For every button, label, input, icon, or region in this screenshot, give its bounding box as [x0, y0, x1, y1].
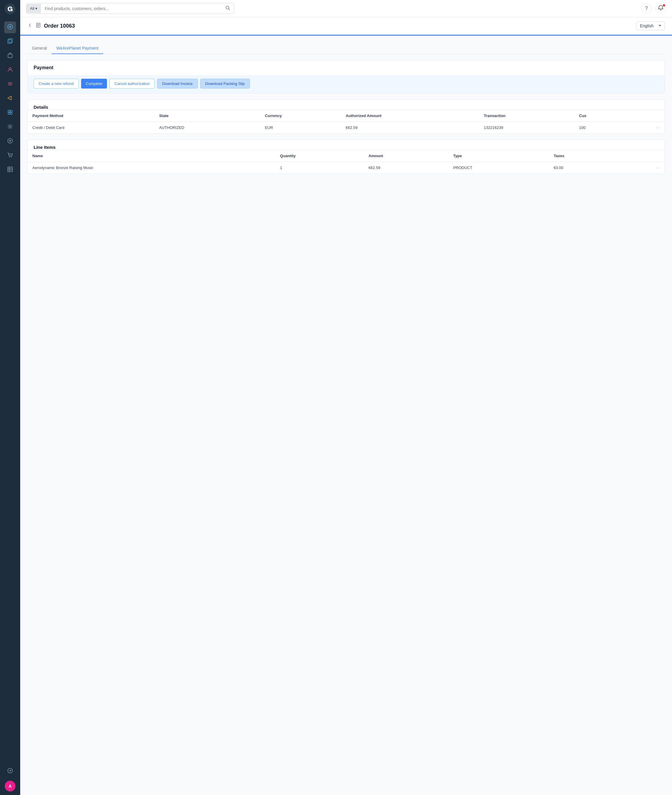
line-items-table: Name Quantity Amount Type Taxes Aerodyna…	[28, 150, 665, 173]
sidebar-item-dashboard[interactable]	[4, 21, 16, 33]
details-table-header-row: Payment Method State Currency Authorized…	[28, 110, 665, 122]
svg-rect-5	[8, 54, 12, 58]
document-icon	[36, 22, 41, 29]
details-row-actions-button[interactable]: ···	[626, 122, 665, 134]
col-actions-header	[626, 110, 665, 122]
create-refund-button[interactable]: Create a new refund	[34, 79, 79, 88]
sidebar-item-add[interactable]	[4, 136, 16, 147]
cancel-authorization-button[interactable]: Cancel authorization	[109, 79, 155, 88]
search-input[interactable]	[41, 4, 222, 13]
cell-cus: 100	[574, 122, 626, 134]
details-card: Details Payment Method State Currency Au…	[27, 99, 665, 134]
help-icon: ?	[645, 5, 648, 11]
search-filter-label: All	[30, 6, 34, 11]
col-taxes: Taxes	[549, 150, 620, 162]
col-transaction: Transaction	[479, 110, 574, 122]
line-items-header-row: Name Quantity Amount Type Taxes	[28, 150, 665, 162]
tab-payment[interactable]: WeArePlanet Payment	[52, 43, 103, 54]
cell-state: AUTHORIZED	[155, 122, 260, 134]
download-packing-slip-button[interactable]: Download Packing Slip	[200, 79, 250, 88]
svg-point-11	[9, 126, 11, 128]
svg-point-13	[9, 156, 10, 157]
page-header: Order 10063 English French German Spanis…	[20, 17, 672, 35]
col-amount: Amount	[364, 150, 448, 162]
payment-card-header: Payment	[28, 60, 665, 75]
page-document-button[interactable]	[36, 22, 41, 29]
list-icon	[7, 81, 13, 88]
plus-circle-icon	[7, 138, 13, 145]
cell-transaction: 132216239	[479, 122, 574, 134]
cell-item-taxes: €0.00	[549, 162, 620, 174]
search-filter-button[interactable]: All ▾	[26, 4, 41, 13]
sidebar-item-copy[interactable]	[4, 36, 16, 48]
sidebar-item-puzzle[interactable]	[4, 107, 16, 119]
sidebar-item-marketing[interactable]	[4, 93, 16, 105]
payment-card: Payment Create a new refund Complete Can…	[27, 60, 665, 94]
svg-rect-9	[8, 113, 10, 114]
svg-rect-4	[9, 38, 13, 43]
line-items-table-wrapper: Name Quantity Amount Type Taxes Aerodyna…	[28, 150, 665, 173]
col-type: Type	[448, 150, 549, 162]
bag-icon	[7, 52, 13, 60]
sidebar: A	[0, 0, 20, 795]
puzzle-icon	[7, 109, 13, 117]
expand-icon	[7, 768, 13, 775]
back-icon	[27, 22, 33, 29]
bell-icon	[658, 5, 663, 12]
col-currency: Currency	[260, 110, 341, 122]
page-title: Order 10063	[44, 23, 75, 29]
search-icon	[226, 7, 230, 11]
details-card-header: Details	[28, 100, 665, 110]
cell-authorized-amount: €62.59	[341, 122, 479, 134]
sidebar-item-cart[interactable]	[4, 150, 16, 162]
sidebar-expand-button[interactable]	[4, 765, 16, 777]
content-area: General WeArePlanet Payment Payment Crea…	[20, 36, 672, 795]
col-authorized-amount: Authorized Amount	[341, 110, 479, 122]
notifications-button[interactable]	[655, 3, 666, 14]
line-items-table-row: Aerodynamic Bronze Raising Music 1 €62.5…	[28, 162, 665, 174]
sidebar-item-settings[interactable]	[4, 121, 16, 133]
tab-general-label: General	[32, 46, 47, 51]
download-invoice-button[interactable]: Download Invoice	[157, 79, 198, 88]
sidebar-item-table[interactable]	[4, 164, 16, 176]
tabs: General WeArePlanet Payment	[27, 43, 665, 54]
complete-button[interactable]: Complete	[81, 79, 107, 88]
svg-rect-7	[8, 110, 10, 112]
main-content: All ▾ ?	[20, 0, 672, 795]
svg-rect-10	[10, 113, 12, 114]
line-item-actions-button[interactable]: ···	[620, 162, 665, 174]
col-quantity: Quantity	[275, 150, 364, 162]
back-button[interactable]	[27, 22, 33, 29]
search-container: All ▾	[26, 3, 234, 14]
app-logo[interactable]	[5, 3, 16, 14]
topbar: All ▾ ?	[20, 0, 672, 17]
user-avatar[interactable]: A	[5, 781, 16, 792]
payment-title: Payment	[34, 65, 53, 70]
help-button[interactable]: ?	[641, 3, 652, 14]
details-table-wrapper: Payment Method State Currency Authorized…	[28, 110, 665, 133]
megaphone-icon	[7, 95, 13, 102]
chevron-down-icon: ▾	[35, 6, 37, 11]
col-payment-method: Payment Method	[28, 110, 155, 122]
search-submit-button[interactable]	[222, 3, 234, 14]
col-state: State	[155, 110, 260, 122]
svg-point-2	[9, 26, 11, 28]
cell-item-amount: €62.59	[364, 162, 448, 174]
notification-badge	[663, 4, 665, 6]
line-items-card: Line Items Name Quantity Amount Type Tax…	[27, 140, 665, 174]
details-table-row: Credit / Debit Card AUTHORIZED EUR €62.5…	[28, 122, 665, 134]
page-header-left: Order 10063	[27, 22, 75, 29]
cell-currency: EUR	[260, 122, 341, 134]
sidebar-item-orders[interactable]	[4, 50, 16, 62]
users-icon	[7, 67, 13, 74]
sidebar-item-lists[interactable]	[4, 78, 16, 90]
cell-item-quantity: 1	[275, 162, 364, 174]
line-items-card-header: Line Items	[28, 140, 665, 150]
settings-icon	[7, 123, 13, 131]
language-selector[interactable]: English French German Spanish	[636, 21, 665, 30]
svg-point-14	[11, 156, 12, 157]
tab-general[interactable]: General	[27, 43, 52, 54]
sidebar-item-users[interactable]	[4, 64, 16, 76]
col-cus: Cus	[574, 110, 626, 122]
svg-rect-8	[10, 110, 12, 112]
